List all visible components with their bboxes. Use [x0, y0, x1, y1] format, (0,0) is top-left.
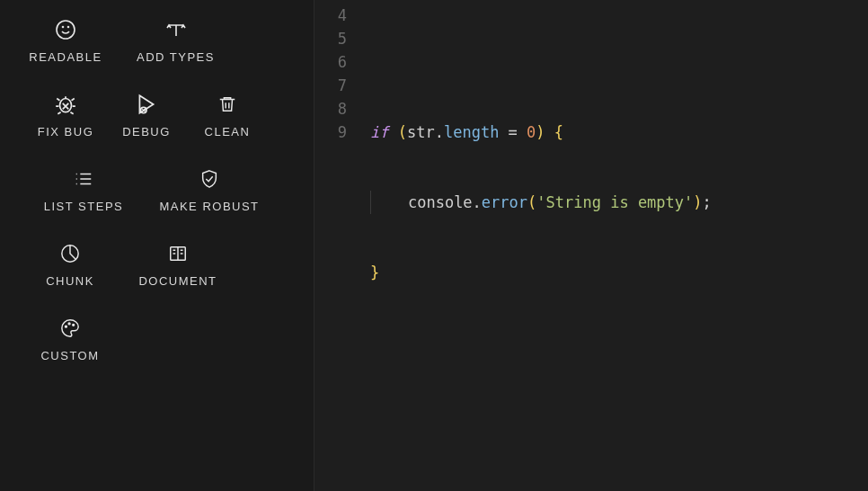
code-line: } [370, 261, 712, 284]
code-line: if (str.length = 0) { [370, 121, 712, 144]
sidebar-row-3: LIST STEPS MAKE ROBUST [25, 167, 314, 213]
book-icon [166, 242, 190, 265]
svg-point-9 [73, 324, 75, 326]
svg-point-7 [66, 326, 67, 327]
chunk-button[interactable]: CHUNK [25, 242, 115, 288]
code-content[interactable]: if (str.length = 0) { console.error('Str… [370, 4, 712, 471]
readable-button[interactable]: READABLE [25, 18, 106, 64]
sidebar-row-5: CUSTOM [25, 317, 314, 362]
make-robust-label: MAKE ROBUST [159, 200, 259, 213]
sidebar-row-2: FIX BUG DEBUG CLEAN [25, 93, 314, 138]
make-robust-button[interactable]: MAKE ROBUST [142, 167, 277, 213]
code-line [370, 50, 712, 74]
sidebar: READABLE ADD TYPES FIX BUG DEBUG CLEA [0, 0, 314, 491]
clean-button[interactable]: CLEAN [187, 93, 268, 138]
add-types-label: ADD TYPES [137, 50, 215, 64]
sidebar-row-1: READABLE ADD TYPES [25, 18, 314, 64]
line-number: 7 [314, 74, 347, 97]
list-steps-button[interactable]: LIST STEPS [25, 167, 142, 213]
svg-point-8 [68, 323, 70, 325]
svg-point-0 [57, 21, 75, 39]
trash-icon [216, 93, 239, 116]
palette-icon [58, 317, 82, 340]
shield-check-icon [198, 167, 221, 191]
debug-label: DEBUG [122, 125, 171, 138]
fix-bug-button[interactable]: FIX BUG [25, 93, 106, 138]
line-number: 5 [314, 27, 347, 50]
list-icon [72, 167, 95, 191]
line-number: 9 [314, 121, 347, 144]
custom-button[interactable]: CUSTOM [25, 317, 115, 362]
document-button[interactable]: DOCUMENT [115, 242, 241, 288]
add-types-button[interactable]: ADD TYPES [106, 18, 245, 64]
code-editor[interactable]: 4 5 6 7 8 9 if (str.length = 0) { consol… [314, 0, 868, 491]
line-gutter: 4 5 6 7 8 9 [314, 4, 358, 144]
code-line: console.error('String is empty'); [370, 191, 712, 214]
readable-label: READABLE [29, 50, 102, 64]
type-icon [164, 18, 188, 41]
document-label: DOCUMENT [138, 274, 217, 288]
line-number: 4 [314, 4, 347, 27]
bug-x-icon [54, 93, 77, 116]
svg-point-1 [63, 27, 64, 28]
pie-chart-icon [58, 242, 82, 265]
code-line [370, 401, 712, 424]
debug-button[interactable]: DEBUG [106, 93, 187, 138]
svg-point-2 [68, 27, 69, 28]
chunk-label: CHUNK [46, 274, 94, 288]
code-line [370, 331, 712, 354]
debug-play-icon [135, 93, 158, 116]
custom-label: CUSTOM [40, 349, 99, 362]
clean-label: CLEAN [205, 125, 251, 138]
line-number: 6 [314, 50, 347, 74]
sidebar-row-4: CHUNK DOCUMENT [25, 242, 314, 288]
fix-bug-label: FIX BUG [38, 125, 94, 138]
line-number: 8 [314, 97, 347, 121]
list-steps-label: LIST STEPS [44, 200, 123, 213]
smile-icon [54, 18, 77, 41]
